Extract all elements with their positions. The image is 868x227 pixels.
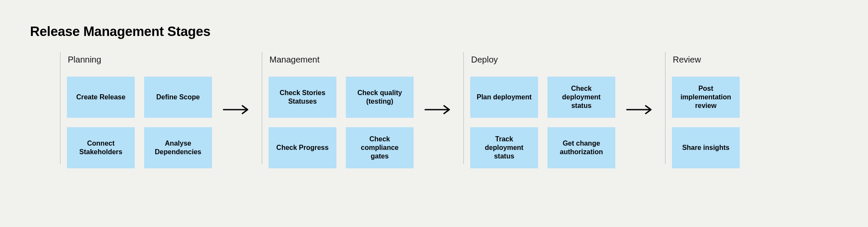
stage-card: Check compliance gates [346, 127, 414, 168]
stage-card: Get change authorization [547, 127, 615, 168]
diagram-title: Release Management Stages [30, 24, 838, 39]
stage: ReviewPost implementation reviewShare in… [665, 55, 740, 168]
card-grid: Create ReleaseDefine ScopeConnect Stakeh… [67, 77, 212, 168]
card-grid: Post implementation reviewShare insights [672, 77, 740, 168]
stage: DeployPlan deploymentCheck deployment st… [463, 55, 615, 168]
stage-card: Define Scope [144, 77, 212, 118]
arrow-right-icon [615, 105, 665, 115]
stage-card: Share insights [672, 127, 740, 168]
stage-card: Connect Stakeholders [67, 127, 135, 168]
card-grid: Check Stories StatusesCheck quality (tes… [269, 77, 414, 168]
stage-divider [262, 52, 262, 164]
stage-card: Check Stories Statuses [269, 77, 336, 118]
stage-card: Create Release [67, 77, 135, 118]
arrow-right-icon [212, 105, 262, 115]
stage-card: Analyse Dependencies [144, 127, 212, 168]
stage-label: Management [269, 55, 414, 65]
stage-card: Plan deployment [470, 77, 538, 118]
stage: PlanningCreate ReleaseDefine ScopeConnec… [60, 55, 212, 168]
stage-card: Track deployment status [470, 127, 538, 168]
card-grid: Plan deploymentCheck deployment statusTr… [470, 77, 615, 168]
stage-label: Review [673, 55, 740, 65]
stage: ManagementCheck Stories StatusesCheck qu… [262, 55, 414, 168]
stage-card: Check Progress [269, 127, 336, 168]
stage-label: Planning [68, 55, 212, 65]
stage-card: Check quality (testing) [346, 77, 414, 118]
stage-divider [665, 52, 665, 164]
stage-card: Check deployment status [547, 77, 615, 118]
arrow-right-icon [414, 105, 463, 115]
stage-divider [463, 52, 464, 164]
stage-label: Deploy [471, 55, 615, 65]
stages-row: PlanningCreate ReleaseDefine ScopeConnec… [30, 55, 838, 168]
stage-divider [60, 52, 60, 164]
diagram-root: Release Management Stages PlanningCreate… [0, 0, 868, 185]
stage-card: Post implementation review [672, 77, 740, 118]
